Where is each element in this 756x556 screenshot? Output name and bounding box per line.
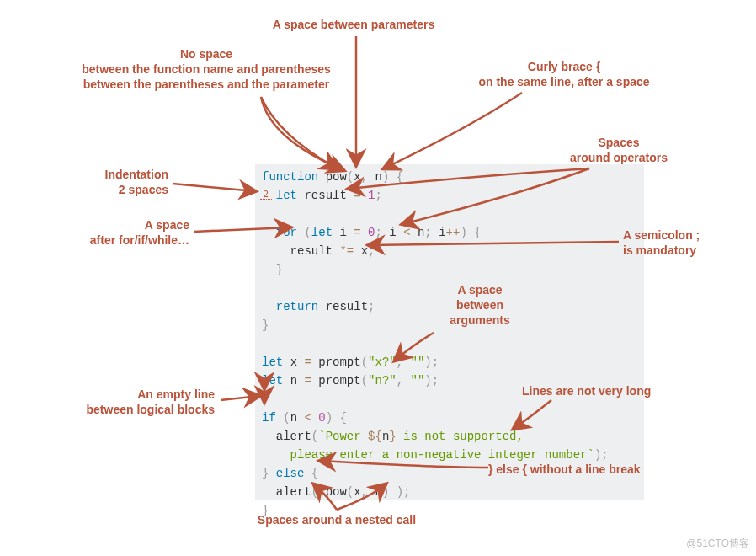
tok: let [262, 374, 283, 388]
ann-indent: Indentation2 spaces [67, 167, 168, 197]
tok: ; [601, 448, 608, 462]
tok: x [354, 170, 360, 184]
tok: i [389, 226, 396, 239]
tok: } [389, 430, 396, 443]
tok: { [311, 467, 318, 480]
tok: { [467, 226, 482, 239]
tok: ; [424, 226, 431, 239]
tok: = [354, 189, 360, 202]
tok: { [333, 411, 347, 425]
arrow-indent [173, 184, 255, 191]
tok: please enter a non-negative integer numb… [262, 448, 587, 462]
ann-lines-long: Lines are not very long [522, 383, 699, 398]
arrow-no-space-2 [261, 97, 343, 170]
tok: "n?" [368, 374, 397, 388]
tok: 0 [318, 411, 325, 425]
tok: ; [368, 300, 375, 313]
tok: prompt [318, 374, 360, 388]
tok: Power [326, 430, 368, 443]
arrow-no-space-1 [261, 97, 337, 168]
tok: ) [397, 485, 403, 499]
tok [389, 485, 396, 499]
tok: n [375, 485, 381, 499]
tok: ; [375, 189, 381, 202]
tok: ; [375, 226, 382, 239]
ann-between-args: A spacebetweenarguments [429, 282, 530, 328]
tok: } [262, 318, 269, 332]
tok: ( [347, 485, 354, 499]
tok: 0 [368, 226, 375, 239]
tok: ; [368, 244, 375, 258]
watermark: @51CTO博客 [686, 537, 749, 551]
tok: ` [587, 448, 594, 462]
ann-curly-brace: Curly brace {on the same line, after a s… [455, 59, 673, 89]
arrow-curly-brace [384, 93, 522, 168]
ann-semicolon: A semicolon ;is mandatory [623, 227, 745, 258]
ann-spaces-ops: Spacesaround operators [535, 135, 703, 165]
tok: n [290, 411, 297, 425]
indent-size-marker: 2 [260, 190, 272, 200]
tok: i [339, 226, 346, 239]
tok: x [290, 356, 297, 369]
ann-else-nobreak: } else { without a line break [488, 462, 707, 477]
tok: ) [424, 356, 431, 369]
tok: ++ [446, 226, 461, 239]
tok: return [276, 300, 318, 313]
tok: < [403, 226, 410, 239]
tok: ( [361, 374, 368, 388]
tok: let [276, 189, 297, 202]
tok: alert [276, 485, 311, 499]
tok: let [311, 226, 333, 239]
tok: n [290, 374, 297, 388]
tok: if [262, 411, 276, 425]
tok: ` [318, 430, 325, 443]
tok: < [304, 411, 311, 425]
tok: pow [326, 485, 347, 499]
tok: , [397, 356, 403, 369]
tok: let [262, 356, 283, 369]
tok: is not supported, [397, 430, 524, 443]
tok: prompt [318, 356, 360, 369]
tok: ; [432, 356, 439, 369]
tok: } [276, 263, 283, 276]
tok: ( [304, 226, 311, 239]
tok: ; [432, 374, 439, 388]
tok: result [326, 300, 368, 313]
tok: , [361, 170, 368, 184]
tok: ${ [368, 430, 382, 443]
arrow-empty-line [221, 396, 259, 400]
tok: "x?" [368, 356, 397, 369]
tok: "" [411, 374, 425, 388]
tok: x [354, 485, 360, 499]
tok: ( [283, 411, 290, 425]
ann-after-for: A spaceafter for/if/while… [46, 217, 189, 248]
tok: ) [326, 411, 333, 425]
tok: = [304, 374, 311, 388]
tok: , [397, 374, 403, 388]
code-box: function pow(x, n) { let result = 1; for… [255, 164, 644, 500]
tok: = [354, 226, 360, 239]
tok: ( [347, 170, 354, 184]
tok: for [276, 226, 297, 239]
tok [403, 356, 410, 369]
tok: alert [276, 430, 311, 443]
tok: function [262, 170, 318, 184]
tok: = [304, 356, 311, 369]
tok [403, 374, 410, 388]
tok: else [276, 467, 305, 480]
tok: { [389, 170, 403, 184]
ann-empty-line: An empty linebetween logical blocks [63, 387, 215, 417]
tok [318, 485, 325, 499]
tok: i [439, 226, 445, 239]
tok: *= [339, 244, 354, 258]
tok: ) [460, 226, 466, 239]
tok: ( [311, 430, 318, 443]
ann-nested-call: Spaces around a nested call [232, 512, 442, 527]
ann-param-space: A space between parameters [240, 17, 467, 32]
tok: result [304, 189, 346, 202]
tok: pow [326, 170, 347, 184]
tok: n [375, 170, 381, 184]
tok: ; [403, 485, 410, 499]
tok: ( [311, 485, 318, 499]
tok: x [361, 244, 368, 258]
